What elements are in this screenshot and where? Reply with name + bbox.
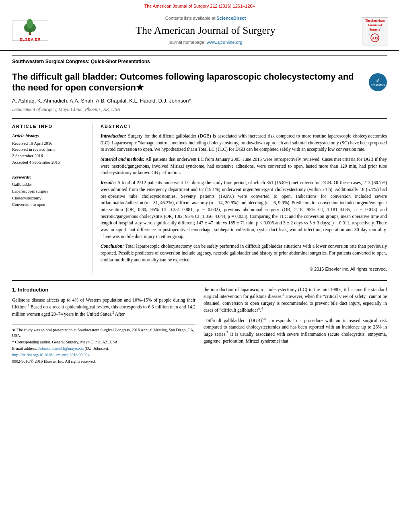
crossmark-badge[interactable]: ✓ CrossMark	[369, 73, 387, 91]
email-label: E-mail address:	[12, 346, 38, 351]
sciencedirect-prefix: Contents lists available at	[165, 16, 217, 21]
keyword-3: Cholecystectomy	[12, 195, 86, 202]
sciencedirect-link[interactable]: ScienceDirect	[217, 16, 246, 21]
svg-text:AJS: AJS	[372, 37, 378, 40]
keywords-title: Keywords:	[12, 174, 86, 180]
footnote-star: ★ The study was an oral presentation at …	[12, 327, 195, 339]
main-content: Southwestern Surgical Congress: Quick-Sh…	[0, 51, 399, 374]
body-paragraph-3: "Difficult gallbladder" (DGB)5,6 corresp…	[204, 317, 387, 344]
journal-title-banner: The American Journal of Surgery	[136, 23, 276, 38]
journal-banner: ELSEVIER Contents lists available at Sci…	[0, 11, 399, 50]
article-info-label: ARTICLE INFO	[12, 123, 86, 129]
crossmark-label: CrossMark	[370, 84, 385, 87]
banner-center: Contents lists available at ScienceDirec…	[56, 15, 355, 45]
page-container: The American Journal of Surgery 212 (201…	[0, 0, 399, 532]
keyword-1: Gallbladder	[12, 181, 86, 188]
article-info-abstract: ARTICLE INFO Article history: Received 1…	[12, 118, 387, 273]
results-text: A total of 2212 patients underwent LC du…	[101, 180, 387, 238]
congress-section: Southwestern Surgical Congress: Quick-Sh…	[12, 55, 387, 67]
abstract-methods: Material and methods: All patients that …	[101, 156, 387, 176]
abstract-conclusion: Conclusion: Total laparoscopic cholecyst…	[101, 243, 387, 263]
conclusion-text: Total laparoscopic cholecystectomy can b…	[101, 244, 387, 262]
journal-logo-small: The American Journal of Surgery AJS	[362, 17, 388, 45]
elsevier-label: ELSEVIER	[20, 37, 41, 42]
body-right-col: the introduction of laparoscopic cholecy…	[204, 286, 387, 366]
elsevier-tree-icon	[23, 19, 37, 35]
results-label: Results:	[101, 180, 116, 185]
journal-citation: The American Journal of Surgery 212 (201…	[144, 4, 255, 8]
based-text: Based	[31, 304, 42, 309]
doi-link: http://dx.doi.org/10.1016/j.amjsurg.2016…	[12, 352, 195, 358]
banner-right: The American Journal of Surgery AJS	[359, 15, 391, 45]
authors-line: A. Ashfaq, K. Ahmadieh, A.A. Shah, A.B. …	[12, 97, 387, 105]
received-date: Received 19 April 2016	[12, 140, 86, 147]
abstract-intro: Introduction: Surgery for the difficult …	[101, 133, 387, 153]
keyword-2: Laparoscopic surgery	[12, 188, 86, 195]
abstract-label: ABSTRACT	[101, 123, 387, 129]
section-separator	[12, 280, 387, 281]
abstract-col: ABSTRACT Introduction: Surgery for the d…	[101, 123, 387, 273]
keyword-4: Conversion to open	[12, 201, 86, 208]
email-suffix: (D.J. Johnson).	[84, 346, 109, 351]
revised-date: 2 September 2016	[12, 153, 86, 159]
small-logo-icon: AJS	[369, 33, 381, 43]
svg-point-4	[27, 19, 33, 29]
accepted-date: Accepted 4 September 2016	[12, 159, 86, 166]
section1-number: 1.	[12, 287, 16, 293]
section1-label: Introduction	[18, 287, 48, 293]
received-revised-label: Received in revised form	[12, 146, 86, 153]
crossmark-icon: ✓ CrossMark	[369, 73, 387, 91]
article-info-col: ARTICLE INFO Article history: Received 1…	[12, 123, 93, 273]
section1-title: 1. Introduction	[12, 286, 195, 294]
intro-label: Introduction:	[101, 134, 126, 138]
body-content: 1. Introduction Gallstone disease affect…	[12, 286, 387, 366]
email-link[interactable]: Johnson.daniel1@mayo.edu	[38, 346, 84, 351]
elsevier-logo-area: ELSEVIER	[8, 15, 52, 45]
congress-title: Southwestern Surgical Congress: Quick-Sh…	[12, 59, 150, 64]
sciencedirect-line: Contents lists available at ScienceDirec…	[165, 15, 246, 21]
footnote-email: E-mail address: Johnson.daniel1@mayo.edu…	[12, 346, 195, 351]
issn-line: 0002-9610/© 2016 Elsevier Inc. All right…	[12, 359, 195, 364]
homepage-link[interactable]: www.ajconline.org	[207, 40, 243, 45]
divider	[12, 170, 86, 170]
footnote-corresponding: * Corresponding author. General Surgery,…	[12, 339, 195, 345]
homepage-prefix: journal homepage:	[169, 40, 207, 45]
body-left-col: 1. Introduction Gallstone disease affect…	[12, 286, 195, 366]
intro-text: Surgery for the difficult gallbladder (D…	[101, 134, 387, 152]
abstract-results: Results: A total of 2212 patients underw…	[101, 179, 387, 240]
body-paragraph-2: the introduction of laparoscopic cholecy…	[204, 286, 387, 314]
homepage-line: journal homepage: www.ajconline.org	[169, 39, 243, 45]
body-paragraph-1: Gallstone disease affects up to 4% of We…	[12, 297, 195, 318]
history-title: Article history:	[12, 133, 86, 139]
doi-url[interactable]: http://dx.doi.org/10.1016/j.amjsurg.2016…	[12, 353, 90, 357]
article-title: The difficult gall bladder: Outcomes fol…	[12, 71, 363, 93]
conclusion-label: Conclusion:	[101, 244, 124, 249]
elsevier-logo: ELSEVIER	[12, 21, 48, 41]
article-title-area: The difficult gall bladder: Outcomes fol…	[12, 71, 387, 93]
copyright-line: © 2016 Elsevier Inc. All rights reserved…	[101, 266, 387, 272]
footer-notes: ★ The study was an oral presentation at …	[12, 325, 195, 364]
methods-label: Material and methods:	[101, 157, 144, 162]
journal-header: The American Journal of Surgery 212 (201…	[0, 0, 399, 11]
affiliation-line: Department of Surgery, Mayo Clinic, Phoe…	[12, 106, 387, 113]
